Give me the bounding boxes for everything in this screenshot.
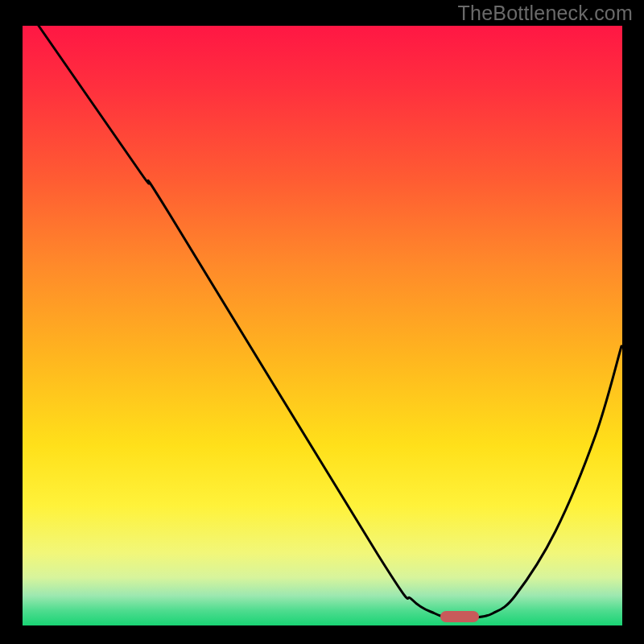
bottleneck-chart: TheBottleneck.com [0,0,644,644]
optimal-marker [440,611,479,622]
watermark-text: TheBottleneck.com [458,2,633,25]
chart-svg [0,0,644,644]
plot-area [23,26,622,625]
